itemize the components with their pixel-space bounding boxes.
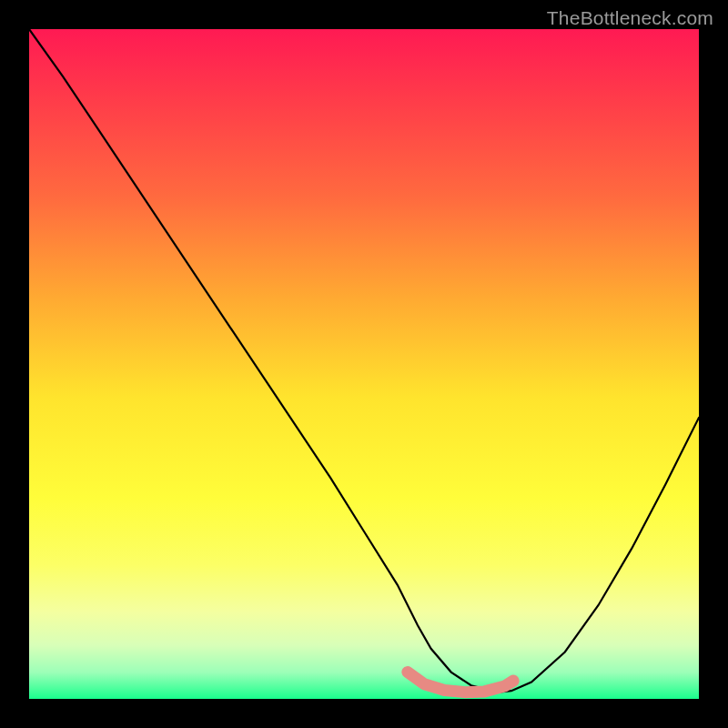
bottleneck-curve — [29, 29, 699, 693]
chart-plot-area — [29, 29, 699, 699]
chart-frame: TheBottleneck.com — [0, 0, 728, 728]
optimal-range-highlight — [408, 672, 513, 693]
chart-svg — [29, 29, 699, 699]
watermark-text: TheBottleneck.com — [547, 7, 713, 29]
